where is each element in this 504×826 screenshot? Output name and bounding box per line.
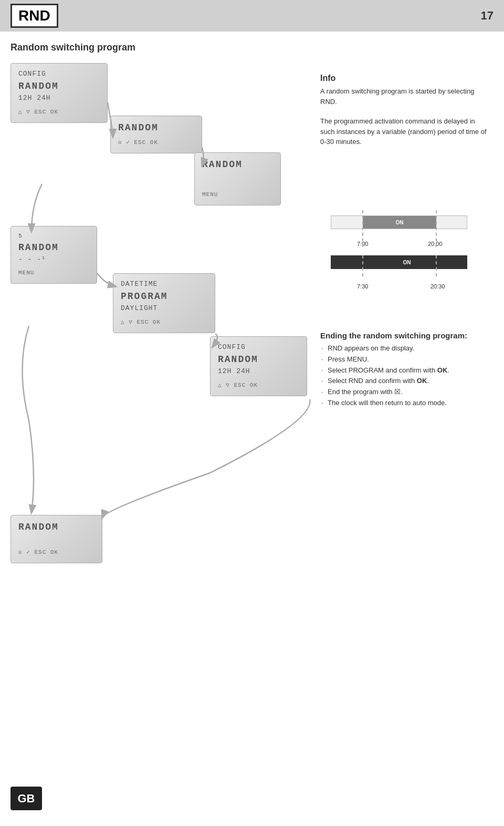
timeline-diagram: ON 7:00 20:00 ON 7:30 20:30 bbox=[331, 210, 488, 292]
ending-title: Ending the random switching program: bbox=[320, 331, 488, 340]
page-number: 17 bbox=[481, 9, 494, 23]
page-title: Random switching program bbox=[10, 42, 135, 53]
card7-menu: ☒ ✓ ESC OK bbox=[18, 549, 94, 555]
card1-line2: RANDOM bbox=[18, 80, 100, 93]
card7-line1: RANDOM bbox=[18, 521, 94, 534]
info-title: Info bbox=[320, 74, 488, 83]
lcd-card-6: CONFIG RANDOM 12H 24H △ ▽ ESC OK bbox=[210, 336, 307, 396]
ending-section: Ending the random switching program: RND… bbox=[320, 331, 488, 409]
timeline-on-label-2: ON bbox=[403, 260, 411, 265]
card4-menu: MENU bbox=[18, 270, 89, 276]
ending-step-2: Press MENU. bbox=[320, 354, 488, 365]
gb-badge: GB bbox=[10, 787, 42, 810]
ending-step-3: Select PROGRAM and confirm with OK. bbox=[320, 365, 488, 376]
card5-line2: PROGRAM bbox=[121, 290, 207, 303]
card1-line3: 12H 24H bbox=[18, 93, 100, 104]
timeline-on-label-1: ON bbox=[396, 220, 404, 225]
timeline-time-start-2: 7:30 bbox=[357, 283, 368, 290]
rnd-logo: RND bbox=[10, 4, 58, 28]
card5-line3: DAYLIGHT bbox=[121, 303, 207, 314]
ending-list: RND appears on the display. Press MENU. … bbox=[320, 343, 488, 409]
card4-num: 5 bbox=[18, 232, 89, 241]
info-section: Info A random switching program is start… bbox=[320, 74, 488, 147]
ending-step-4: Select RND and confirm with OK. bbox=[320, 376, 488, 387]
card2-menu: ☒ ✓ ESC OK bbox=[118, 139, 194, 146]
card3-menu: MENU bbox=[202, 191, 273, 198]
card1-menu: △ ▽ ESC OK bbox=[18, 108, 100, 115]
card6-line2: RANDOM bbox=[218, 353, 299, 366]
card4-line1: RANDOM bbox=[18, 241, 89, 254]
card6-line1: CONFIG bbox=[218, 342, 299, 353]
info-paragraph-1: A random switching program is started by… bbox=[320, 86, 488, 107]
card6-menu: △ ▽ ESC OK bbox=[218, 381, 299, 388]
lcd-card-2: RANDOM ☒ ✓ ESC OK bbox=[110, 116, 202, 153]
timeline-time-end-1: 20:00 bbox=[428, 241, 443, 247]
timeline-time-end-2: 20:30 bbox=[430, 283, 445, 290]
card4-line2: - - -¹ bbox=[18, 254, 89, 265]
ending-step-5: End the program with ☒. bbox=[320, 387, 488, 398]
lcd-card-1: CONFIG RANDOM 12H 24H △ ▽ ESC OK bbox=[10, 63, 108, 123]
lcd-card-3: RANDOM MENU bbox=[194, 152, 281, 205]
lcd-card-4: 5 RANDOM - - -¹ MENU bbox=[10, 226, 97, 284]
card1-line1: CONFIG bbox=[18, 69, 100, 80]
card5-line1: DATETIME bbox=[121, 279, 207, 290]
info-paragraph-2: The programmed activation command is del… bbox=[320, 116, 488, 147]
lcd-card-5: DATETIME PROGRAM DAYLIGHT △ ▽ ESC OK bbox=[113, 273, 215, 333]
card6-line3: 12H 24H bbox=[218, 366, 299, 377]
lcd-card-7: RANDOM ☒ ✓ ESC OK bbox=[10, 515, 102, 563]
header: RND 17 bbox=[0, 0, 504, 32]
card2-line1: RANDOM bbox=[118, 121, 194, 135]
card5-menu: △ ▽ ESC OK bbox=[121, 318, 207, 325]
card3-line1: RANDOM bbox=[202, 158, 273, 171]
ending-step-6: The clock will then return to auto mode. bbox=[320, 398, 488, 409]
ending-step-1: RND appears on the display. bbox=[320, 343, 488, 354]
